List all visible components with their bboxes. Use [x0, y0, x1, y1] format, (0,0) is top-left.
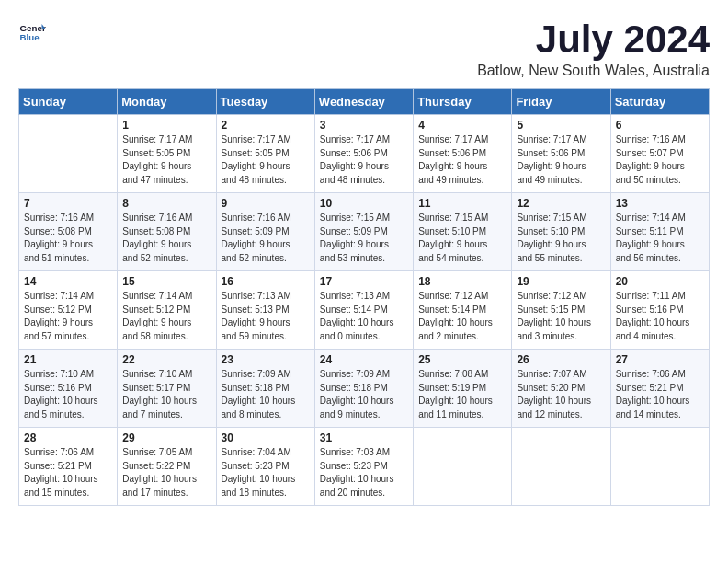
calendar-cell — [610, 428, 709, 506]
cell-info: Sunrise: 7:16 AMSunset: 5:08 PMDaylight:… — [24, 212, 112, 265]
cell-info: Sunrise: 7:15 AMSunset: 5:09 PMDaylight:… — [320, 212, 408, 265]
calendar-header-row: Sunday Monday Tuesday Wednesday Thursday… — [19, 89, 710, 115]
day-number: 15 — [122, 275, 210, 288]
day-number: 19 — [517, 275, 605, 288]
cell-info: Sunrise: 7:12 AMSunset: 5:14 PMDaylight:… — [418, 290, 506, 343]
day-number: 18 — [418, 275, 506, 288]
calendar-cell: 15Sunrise: 7:14 AMSunset: 5:12 PMDayligh… — [118, 271, 216, 350]
day-number: 11 — [418, 197, 506, 210]
day-number: 28 — [24, 431, 112, 444]
cell-info: Sunrise: 7:06 AMSunset: 5:21 PMDaylight:… — [24, 446, 112, 500]
cell-info: Sunrise: 7:15 AMSunset: 5:10 PMDaylight:… — [418, 212, 506, 265]
calendar-cell: 26Sunrise: 7:07 AMSunset: 5:20 PMDayligh… — [512, 350, 610, 428]
header-wednesday: Wednesday — [314, 89, 413, 115]
calendar-cell: 27Sunrise: 7:06 AMSunset: 5:21 PMDayligh… — [610, 350, 709, 428]
header: General Blue July 2024 Batlow, New South… — [18, 18, 710, 79]
cell-info: Sunrise: 7:10 AMSunset: 5:16 PMDaylight:… — [24, 368, 112, 421]
cell-info: Sunrise: 7:17 AMSunset: 5:06 PMDaylight:… — [517, 133, 605, 187]
day-number: 31 — [320, 431, 408, 444]
calendar-week-row-1: 1Sunrise: 7:17 AMSunset: 5:05 PMDaylight… — [19, 115, 710, 193]
cell-info: Sunrise: 7:17 AMSunset: 5:06 PMDaylight:… — [418, 133, 506, 187]
day-number: 26 — [517, 353, 605, 366]
day-number: 6 — [616, 119, 704, 132]
cell-info: Sunrise: 7:17 AMSunset: 5:06 PMDaylight:… — [320, 133, 408, 187]
logo-icon: General Blue — [18, 18, 46, 46]
header-thursday: Thursday — [414, 89, 512, 115]
cell-info: Sunrise: 7:16 AMSunset: 5:08 PMDaylight:… — [122, 212, 210, 265]
calendar-cell: 3Sunrise: 7:17 AMSunset: 5:06 PMDaylight… — [314, 115, 413, 193]
day-number: 5 — [517, 119, 605, 132]
day-number: 23 — [222, 353, 310, 366]
calendar-cell: 11Sunrise: 7:15 AMSunset: 5:10 PMDayligh… — [414, 193, 512, 271]
day-number: 25 — [418, 353, 506, 366]
cell-info: Sunrise: 7:14 AMSunset: 5:12 PMDaylight:… — [122, 290, 210, 343]
cell-info: Sunrise: 7:16 AMSunset: 5:07 PMDaylight:… — [616, 133, 704, 187]
day-number: 27 — [616, 353, 704, 366]
calendar-cell: 22Sunrise: 7:10 AMSunset: 5:17 PMDayligh… — [118, 350, 216, 428]
day-number: 10 — [320, 197, 408, 210]
cell-info: Sunrise: 7:10 AMSunset: 5:17 PMDaylight:… — [122, 368, 210, 421]
day-number: 20 — [616, 275, 704, 288]
calendar-cell: 2Sunrise: 7:17 AMSunset: 5:05 PMDaylight… — [216, 115, 314, 193]
calendar-cell — [512, 428, 610, 506]
cell-info: Sunrise: 7:11 AMSunset: 5:16 PMDaylight:… — [616, 290, 704, 343]
header-monday: Monday — [118, 89, 216, 115]
day-number: 4 — [418, 119, 506, 132]
calendar-cell — [19, 115, 118, 193]
calendar-cell: 8Sunrise: 7:16 AMSunset: 5:08 PMDaylight… — [118, 193, 216, 271]
day-number: 17 — [320, 275, 408, 288]
cell-info: Sunrise: 7:09 AMSunset: 5:18 PMDaylight:… — [320, 368, 408, 421]
calendar-week-row-4: 21Sunrise: 7:10 AMSunset: 5:16 PMDayligh… — [19, 350, 710, 428]
day-number: 16 — [222, 275, 310, 288]
calendar-cell: 14Sunrise: 7:14 AMSunset: 5:12 PMDayligh… — [19, 271, 118, 350]
header-saturday: Saturday — [610, 89, 709, 115]
calendar-cell: 13Sunrise: 7:14 AMSunset: 5:11 PMDayligh… — [610, 193, 709, 271]
day-number: 9 — [222, 197, 310, 210]
cell-info: Sunrise: 7:15 AMSunset: 5:10 PMDaylight:… — [517, 212, 605, 265]
calendar-cell: 6Sunrise: 7:16 AMSunset: 5:07 PMDaylight… — [610, 115, 709, 193]
day-number: 8 — [122, 197, 210, 210]
cell-info: Sunrise: 7:14 AMSunset: 5:11 PMDaylight:… — [616, 212, 704, 265]
calendar-week-row-3: 14Sunrise: 7:14 AMSunset: 5:12 PMDayligh… — [19, 271, 710, 350]
day-number: 22 — [122, 353, 210, 366]
cell-info: Sunrise: 7:07 AMSunset: 5:20 PMDaylight:… — [517, 368, 605, 421]
calendar-cell: 10Sunrise: 7:15 AMSunset: 5:09 PMDayligh… — [314, 193, 413, 271]
calendar-cell: 21Sunrise: 7:10 AMSunset: 5:16 PMDayligh… — [19, 350, 118, 428]
calendar-cell: 23Sunrise: 7:09 AMSunset: 5:18 PMDayligh… — [216, 350, 314, 428]
calendar-cell: 30Sunrise: 7:04 AMSunset: 5:23 PMDayligh… — [216, 428, 314, 506]
month-year-title: July 2024 — [477, 18, 710, 61]
calendar-cell: 5Sunrise: 7:17 AMSunset: 5:06 PMDaylight… — [512, 115, 610, 193]
svg-text:Blue: Blue — [20, 32, 40, 42]
day-number: 1 — [122, 119, 210, 132]
logo: General Blue — [18, 18, 46, 46]
cell-info: Sunrise: 7:09 AMSunset: 5:18 PMDaylight:… — [222, 368, 310, 421]
calendar-table: Sunday Monday Tuesday Wednesday Thursday… — [18, 88, 710, 506]
calendar-cell: 12Sunrise: 7:15 AMSunset: 5:10 PMDayligh… — [512, 193, 610, 271]
calendar-week-row-5: 28Sunrise: 7:06 AMSunset: 5:21 PMDayligh… — [19, 428, 710, 506]
calendar-cell: 17Sunrise: 7:13 AMSunset: 5:14 PMDayligh… — [314, 271, 413, 350]
calendar-cell: 1Sunrise: 7:17 AMSunset: 5:05 PMDaylight… — [118, 115, 216, 193]
calendar-cell: 9Sunrise: 7:16 AMSunset: 5:09 PMDaylight… — [216, 193, 314, 271]
calendar-cell: 20Sunrise: 7:11 AMSunset: 5:16 PMDayligh… — [610, 271, 709, 350]
calendar-cell: 29Sunrise: 7:05 AMSunset: 5:22 PMDayligh… — [118, 428, 216, 506]
day-number: 7 — [24, 197, 112, 210]
day-number: 21 — [24, 353, 112, 366]
location-subtitle: Batlow, New South Wales, Australia — [477, 63, 710, 79]
calendar-cell: 24Sunrise: 7:09 AMSunset: 5:18 PMDayligh… — [314, 350, 413, 428]
cell-info: Sunrise: 7:04 AMSunset: 5:23 PMDaylight:… — [222, 446, 310, 500]
calendar-cell — [414, 428, 512, 506]
calendar-cell: 7Sunrise: 7:16 AMSunset: 5:08 PMDaylight… — [19, 193, 118, 271]
day-number: 29 — [122, 431, 210, 444]
cell-info: Sunrise: 7:13 AMSunset: 5:14 PMDaylight:… — [320, 290, 408, 343]
cell-info: Sunrise: 7:12 AMSunset: 5:15 PMDaylight:… — [517, 290, 605, 343]
calendar-cell: 28Sunrise: 7:06 AMSunset: 5:21 PMDayligh… — [19, 428, 118, 506]
cell-info: Sunrise: 7:03 AMSunset: 5:23 PMDaylight:… — [320, 446, 408, 500]
calendar-week-row-2: 7Sunrise: 7:16 AMSunset: 5:08 PMDaylight… — [19, 193, 710, 271]
cell-info: Sunrise: 7:06 AMSunset: 5:21 PMDaylight:… — [616, 368, 704, 421]
calendar-cell: 25Sunrise: 7:08 AMSunset: 5:19 PMDayligh… — [414, 350, 512, 428]
cell-info: Sunrise: 7:08 AMSunset: 5:19 PMDaylight:… — [418, 368, 506, 421]
calendar-cell: 16Sunrise: 7:13 AMSunset: 5:13 PMDayligh… — [216, 271, 314, 350]
day-number: 14 — [24, 275, 112, 288]
cell-info: Sunrise: 7:16 AMSunset: 5:09 PMDaylight:… — [222, 212, 310, 265]
day-number: 2 — [222, 119, 310, 132]
